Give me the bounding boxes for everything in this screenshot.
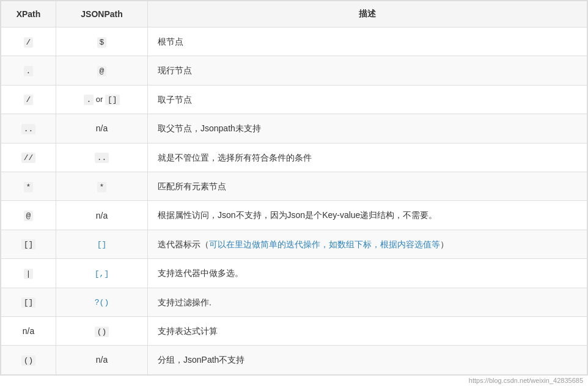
table-row: /$根节点 [1,27,587,56]
table-row: .@现行节点 [1,56,587,85]
jsonpath-cell: @ [56,56,148,85]
description-cell: 根节点 [148,27,587,56]
jsonpath-cell: n/a [56,114,148,143]
xpath-cell: * [1,172,56,200]
comparison-table: XPath JSONPath 描述 /$根节点.@现行节点/. or []取子节… [0,0,588,376]
col-header-desc: 描述 [148,1,587,27]
table-row: //..就是不管位置，选择所有符合条件的条件 [1,143,587,172]
jsonpath-cell: . or [] [56,85,148,114]
jsonpath-cell: [] [56,230,148,258]
jsonpath-cell: ?() [56,288,148,316]
table-row: []?()支持过滤操作. [1,288,587,316]
table-row: /. or []取子节点 [1,85,587,114]
description-cell: 就是不管位置，选择所有符合条件的条件 [148,143,587,172]
xpath-cell: [] [1,288,56,316]
description-cell: 现行节点 [148,56,587,85]
col-header-jsonpath: JSONPath [56,1,148,27]
xpath-cell: // [1,143,56,172]
jsonpath-cell: n/a [56,346,148,374]
table-header-row: XPath JSONPath 描述 [1,1,587,27]
jsonpath-cell: [,] [56,259,148,288]
xpath-cell: . [1,56,56,85]
jsonpath-cell: .. [56,143,148,172]
xpath-cell: n/a [1,316,56,345]
table-row: |[,]支持迭代器中做多选。 [1,259,587,288]
jsonpath-cell: $ [56,27,148,56]
description-cell: 匹配所有元素节点 [148,172,587,200]
xpath-cell: / [1,27,56,56]
xpath-cell: / [1,85,56,114]
description-cell: 取父节点，Jsonpath未支持 [148,114,587,143]
xpath-cell: | [1,259,56,288]
description-cell: 支持迭代器中做多选。 [148,259,587,288]
table-row: ()n/a分组，JsonPath不支持 [1,346,587,374]
table-row: ..n/a取父节点，Jsonpath未支持 [1,114,587,143]
jsonpath-cell: () [56,316,148,345]
table-row: [][]迭代器标示（可以在里边做简单的迭代操作，如数组下标，根据内容选值等） [1,230,587,258]
col-header-xpath: XPath [1,1,56,27]
description-cell: 根据属性访问，Json不支持，因为Json是个Key-value递归结构，不需要… [148,201,587,230]
description-cell: 取子节点 [148,85,587,114]
table-row: **匹配所有元素节点 [1,172,587,200]
description-cell: 迭代器标示（可以在里边做简单的迭代操作，如数组下标，根据内容选值等） [148,230,587,258]
jsonpath-cell: * [56,172,148,200]
description-cell: 支持表达式计算 [148,316,587,345]
description-cell: 分组，JsonPath不支持 [148,346,587,374]
jsonpath-cell: n/a [56,201,148,230]
xpath-cell: @ [1,201,56,230]
description-cell: 支持过滤操作. [148,288,587,316]
xpath-cell: [] [1,230,56,258]
table-row: n/a()支持表达式计算 [1,316,587,345]
table-row: @n/a根据属性访问，Json不支持，因为Json是个Key-value递归结构… [1,201,587,230]
xpath-cell: .. [1,114,56,143]
xpath-cell: () [1,346,56,374]
